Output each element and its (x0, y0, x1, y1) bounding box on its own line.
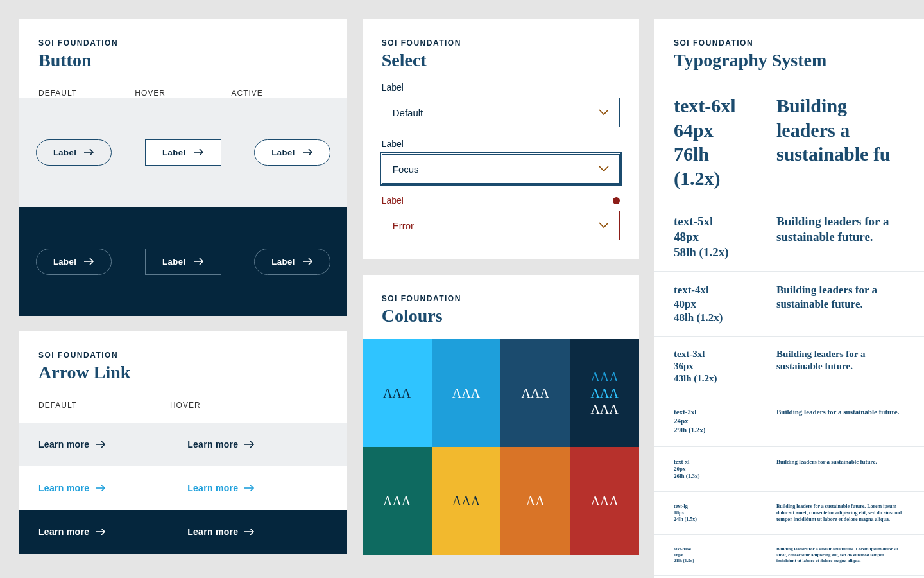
card-title-arrow-link: Arrow Link (38, 362, 328, 383)
contrast-rating: AAA (590, 494, 618, 509)
arrow-right-icon (84, 149, 94, 155)
typography-row: text-5xl48px58lh (1.2x)Building leaders … (654, 202, 924, 272)
type-lineheight: 26lh (1.3x) (674, 473, 751, 480)
type-lineheight: 76lh (1.2x) (674, 142, 751, 190)
arrow-right-icon (96, 441, 106, 448)
link-label: Learn more (38, 527, 89, 537)
type-sample: Building leaders for a sustainable futur… (776, 408, 905, 434)
type-lineheight: 58lh (1.2x) (674, 245, 751, 260)
link-row-dark: Learn more Learn more (19, 510, 347, 554)
select-card: SOI FOUNDATION Select Label Default Labe… (363, 19, 639, 259)
colour-swatch: AAA (432, 339, 501, 447)
type-name: text-6xl (674, 94, 751, 118)
button-hover[interactable]: Label (145, 139, 221, 166)
eyebrow: SOI FOUNDATION (38, 39, 328, 48)
select-label: Label (382, 139, 620, 149)
link-label: Learn more (187, 483, 238, 493)
button-default[interactable]: Label (36, 139, 112, 166)
arrow-right-icon (244, 441, 255, 448)
learn-more-link-hover[interactable]: Learn more (168, 527, 255, 537)
button-active-dark[interactable]: Label (254, 249, 330, 275)
colour-swatch: AAA (432, 447, 501, 555)
arrow-right-icon (303, 258, 313, 265)
state-active: ACTIVE (231, 89, 327, 98)
colour-swatch: AA (501, 447, 570, 555)
select-focus[interactable]: Focus (382, 154, 620, 184)
learn-more-link[interactable]: Learn more (19, 527, 106, 537)
learn-more-link-hover[interactable]: Learn more (168, 483, 255, 493)
type-size: 20px (674, 466, 751, 473)
link-row-grey: Learn more Learn more (19, 423, 347, 466)
card-title-colours: Colours (382, 306, 620, 326)
typography-row: text-sm14px18lh (1.5x)Building leaders f… (654, 576, 924, 579)
type-size: 36px (674, 360, 751, 372)
type-size: 16px (674, 552, 751, 558)
card-title-select: Select (382, 50, 620, 71)
button-label: Label (162, 148, 185, 157)
learn-more-link[interactable]: Learn more (19, 483, 106, 493)
button-hover-dark[interactable]: Label (145, 249, 221, 275)
arrow-right-icon (244, 529, 255, 535)
contrast-rating: AAA (383, 386, 411, 401)
type-name: text-xl (674, 459, 751, 466)
eyebrow: SOI FOUNDATION (674, 39, 905, 48)
arrow-right-icon (84, 258, 94, 265)
state-hover: HOVER (170, 401, 302, 410)
link-label: Learn more (38, 483, 89, 493)
card-title-typography: Typography System (674, 50, 905, 71)
state-hover: HOVER (135, 89, 231, 98)
chevron-down-icon (599, 109, 609, 116)
type-size: 24px (674, 417, 751, 426)
button-card: SOI FOUNDATION Button DEFAULT HOVER ACTI… (19, 19, 347, 316)
type-sample: Building leaders for a sustainable futur… (776, 547, 905, 563)
state-default: DEFAULT (38, 401, 170, 410)
type-name: text-3xl (674, 348, 751, 360)
contrast-rating: AAA (522, 386, 549, 401)
type-lineheight: 29lh (1.2x) (674, 426, 751, 435)
type-name: text-lg (674, 504, 751, 510)
arrow-right-icon (194, 149, 204, 155)
link-label: Learn more (38, 439, 89, 450)
button-label: Label (271, 257, 295, 267)
eyebrow: SOI FOUNDATION (38, 351, 328, 360)
arrow-link-card: SOI FOUNDATION Arrow Link DEFAULT HOVER … (19, 331, 347, 554)
type-lineheight: 48lh (1.2x) (674, 311, 751, 324)
type-name: text-4xl (674, 283, 751, 297)
select-value: Error (393, 220, 414, 231)
type-size: 48px (674, 229, 751, 245)
button-label: Label (53, 148, 76, 157)
typography-row: text-base16px21lh (1.5x)Building leaders… (654, 535, 924, 575)
type-size: 18px (674, 510, 751, 516)
contrast-rating: AAA (452, 386, 480, 401)
colour-swatch: AAA (363, 447, 432, 555)
contrast-rating: AAA (590, 386, 618, 401)
typography-row: text-2xl24px29lh (1.2x)Building leaders … (654, 396, 924, 446)
contrast-rating: AAA (383, 494, 411, 509)
arrow-right-icon (303, 149, 313, 155)
type-name: text-2xl (674, 408, 751, 417)
button-default-dark[interactable]: Label (36, 249, 112, 275)
contrast-rating: AAA (452, 494, 480, 509)
select-value: Default (393, 107, 424, 118)
select-error[interactable]: Error (382, 211, 620, 240)
eyebrow: SOI FOUNDATION (382, 294, 620, 303)
link-row-white: Learn more Learn more (19, 466, 347, 510)
type-sample: Building leaders a sustainable fu (776, 94, 905, 190)
typography-row: text-xl20px26lh (1.3x)Building leaders f… (654, 447, 924, 493)
contrast-rating: AAA (590, 402, 618, 417)
arrow-right-icon (244, 485, 255, 491)
select-value: Focus (393, 164, 419, 175)
chevron-down-icon (599, 166, 609, 172)
select-default[interactable]: Default (382, 98, 620, 127)
typography-row: text-lg18px24lh (1.5x)Building leaders f… (654, 492, 924, 535)
select-label: Label (382, 195, 620, 206)
learn-more-link[interactable]: Learn more (19, 439, 106, 450)
link-state-headers: DEFAULT HOVER (38, 401, 328, 410)
contrast-rating: AAA (590, 370, 618, 385)
arrow-right-icon (96, 485, 106, 491)
learn-more-link-hover[interactable]: Learn more (168, 439, 255, 450)
select-label: Label (382, 82, 620, 92)
contrast-rating: AA (526, 494, 545, 509)
type-sample: Building leaders for a sustainable futur… (776, 348, 905, 384)
button-active[interactable]: Label (254, 139, 330, 166)
